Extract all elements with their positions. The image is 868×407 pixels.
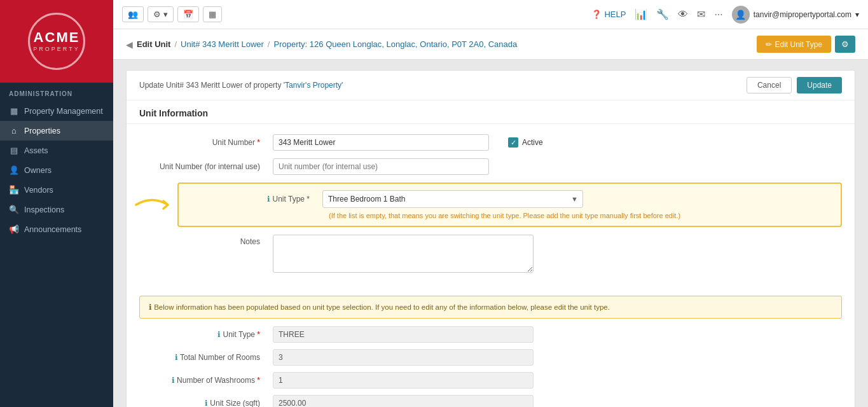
main-content: 👥 ⚙ ▾ 📅 ▦ ❓ HELP 📊 🔧 👁 ✉ ··· 👤 tanvir@mi… [113,0,868,407]
update-notice-text: Update Unit# 343 Meritt Lower of propert… [139,81,343,90]
required-marker: * [307,195,310,204]
breadcrumb: ◀ Edit Unit / Unit# 343 Meritt Lower / P… [126,39,517,50]
unit-number-label: Unit Number * [139,138,266,147]
unit-type-highlighted-container: ℹ Unit Type * Three Bedroom 1 Bath One B… [139,183,842,227]
sidebar: ACME PROPERTY ADMINISTRATION ▦ Property … [0,0,113,407]
unit-type-select[interactable]: Three Bedroom 1 Bath One Bedroom Two Bed… [322,190,583,208]
sidebar-section-label: ADMINISTRATION [0,83,113,101]
breadcrumb-sep1: / [174,39,177,49]
mail-icon[interactable]: ✉ [697,8,705,20]
notes-label: Notes [139,235,266,246]
property-link[interactable]: Tanvir's Property [285,81,341,90]
unit-type-select-wrapper: Three Bedroom 1 Bath One Bedroom Two Bed… [322,190,583,208]
help-button[interactable]: ❓ HELP [591,10,626,19]
info-icon5: ℹ [205,399,208,407]
topbar-people-btn[interactable]: 👥 [122,6,144,22]
notes-row: Notes [139,235,842,273]
arrow-svg [133,192,184,217]
topbar: 👥 ⚙ ▾ 📅 ▦ ❓ HELP 📊 🔧 👁 ✉ ··· 👤 tanvir@mi… [113,0,868,29]
unit-size-label: ℹ Unit Size (sqft) [139,399,266,407]
sidebar-item-owners[interactable]: 👤 Owners [0,160,113,180]
form-container: Update Unit# 343 Meritt Lower of propert… [126,70,855,407]
topbar-settings-dropdown-btn[interactable]: ⚙ ▾ [148,6,174,22]
sidebar-item-announcements[interactable]: 📢 Announcements [0,219,113,239]
sidebar-item-label: Inspections [24,205,64,214]
topbar-right: ❓ HELP 📊 🔧 👁 ✉ ··· 👤 tanvir@mipropertypo… [591,6,859,24]
topbar-calendar-btn[interactable]: 📅 [177,6,199,22]
properties-icon: ⌂ [9,126,19,135]
active-checkbox-row: ✓ Active [508,137,543,148]
owners-icon: 👤 [9,165,19,175]
sidebar-item-inspections[interactable]: 🔍 Inspections [0,200,113,219]
active-label: Active [522,138,543,147]
page-title: Edit Unit [137,39,170,49]
unit-number-internal-row: Unit Number (for internal use) [139,158,842,175]
user-menu[interactable]: 👤 tanvir@mipropertyportal.com ▾ [732,6,859,24]
total-rooms-row: ℹ Total Number of Rooms [139,349,842,366]
update-notice-bar: Update Unit# 343 Meritt Lower of propert… [127,71,855,100]
section-title: Unit Information [127,100,855,124]
total-rooms-input [273,349,534,366]
property-management-icon: ▦ [9,106,19,116]
page-settings-button[interactable]: ⚙ [835,36,855,53]
arrow-annotation [133,192,184,217]
eye-icon[interactable]: 👁 [678,9,688,20]
cancel-button[interactable]: Cancel [747,77,792,93]
unit-number-internal-input[interactable] [273,158,489,175]
sidebar-item-label: Owners [24,166,52,175]
update-actions: Cancel Update [747,77,842,93]
unit-size-row: ℹ Unit Size (sqft) [139,395,842,407]
user-dropdown-icon: ▾ [855,10,859,19]
form-section: Unit Number * ✓ Active Unit Number (for … [127,124,855,291]
breadcrumb-home-icon: ◀ [126,39,133,50]
logo-property: PROPERTY [33,46,79,52]
more-icon[interactable]: ··· [714,9,722,20]
sidebar-item-vendors[interactable]: 🏪 Vendors [0,180,113,200]
info-icon2: ℹ [217,330,221,339]
unit-number-input[interactable] [273,134,489,151]
unit-number-row: Unit Number * ✓ Active [139,134,842,151]
content-area: Update Unit# 343 Meritt Lower of propert… [113,60,868,407]
washrooms-label: ℹ Number of Washrooms * [139,376,266,385]
unit-type-label: ℹ Unit Type * [189,195,316,204]
chart-icon[interactable]: 📊 [635,8,647,20]
unit-type-readonly-label: ℹ Unit Type * [139,330,266,339]
sidebar-item-label: Properties [24,127,60,135]
required-marker: * [257,138,260,147]
vendors-icon: 🏪 [9,185,19,195]
assets-icon: ▤ [9,146,19,155]
sidebar-item-property-management[interactable]: ▦ Property Management [0,101,113,121]
settings-icon: ⚙ [841,39,849,49]
edit-unit-type-button[interactable]: ✏ Edit Unit Type [757,36,831,53]
info-box: ℹ Below information has been populated b… [139,296,842,319]
page-header: ◀ Edit Unit / Unit# 343 Meritt Lower / P… [113,29,868,60]
washrooms-row: ℹ Number of Washrooms * [139,372,842,389]
topbar-grid-btn[interactable]: ▦ [203,6,222,22]
logo-circle: ACME PROPERTY [28,13,85,70]
info-icon: ℹ [267,195,270,204]
logo-container: ACME PROPERTY [0,0,113,83]
unit-number-internal-label: Unit Number (for internal use) [139,162,266,171]
user-email: tanvir@mipropertyportal.com [754,10,851,19]
sidebar-item-label: Property Management [24,107,103,116]
unit-size-input [273,395,534,407]
logo-acme: ACME [34,31,80,45]
breadcrumb-unit-link[interactable]: Unit# 343 Meritt Lower [181,39,264,49]
notes-textarea[interactable] [273,235,534,273]
info-icon4: ℹ [172,376,175,385]
unit-type-inner: ℹ Unit Type * Three Bedroom 1 Bath One B… [189,190,830,208]
washrooms-input [273,372,534,389]
unit-type-readonly-row: ℹ Unit Type * [139,326,842,343]
update-button[interactable]: Update [797,77,842,93]
sidebar-item-assets[interactable]: ▤ Assets [0,141,113,160]
total-rooms-label: ℹ Total Number of Rooms [139,353,266,362]
readonly-fields-section: ℹ Unit Type * ℹ Total Number of Rooms [127,326,855,407]
sidebar-item-properties[interactable]: ⌂ Properties [0,121,113,141]
unit-type-row: ℹ Unit Type * Three Bedroom 1 Bath One B… [177,183,842,227]
active-checkbox[interactable]: ✓ [508,137,518,148]
wrench-icon[interactable]: 🔧 [656,8,669,20]
pencil-icon: ✏ [766,40,772,49]
breadcrumb-property-link[interactable]: Property: 126 Queen Longlac, Longlac, On… [273,39,517,49]
user-avatar: 👤 [732,6,750,24]
unit-type-readonly-input [273,326,534,343]
